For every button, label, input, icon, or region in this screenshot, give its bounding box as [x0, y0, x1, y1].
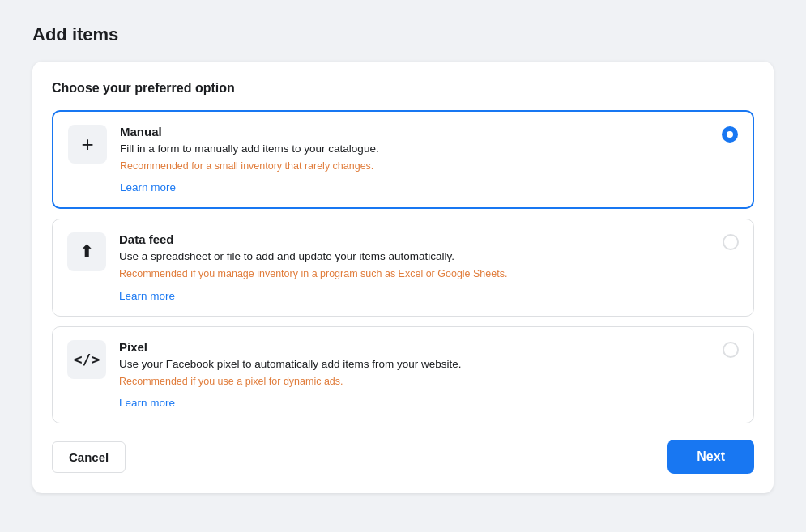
main-card: Choose your preferred option + Manual Fi…: [32, 62, 774, 493]
pixel-radio[interactable]: [723, 342, 739, 358]
data-feed-learn-more[interactable]: Learn more: [119, 290, 175, 302]
manual-radio[interactable]: [722, 126, 738, 143]
option-pixel[interactable]: </> Pixel Use your Facebook pixel to aut…: [52, 326, 754, 423]
footer: Cancel Next: [52, 440, 754, 474]
pixel-content: Pixel Use your Facebook pixel to automat…: [119, 340, 710, 410]
data-feed-radio[interactable]: [723, 234, 739, 250]
option-manual[interactable]: + Manual Fill in a form to manually add …: [52, 110, 754, 209]
option-list: + Manual Fill in a form to manually add …: [52, 110, 754, 423]
plus-icon: +: [81, 132, 93, 157]
manual-description: Fill in a form to manually add items to …: [120, 142, 709, 157]
manual-icon: +: [68, 125, 107, 164]
data-feed-title: Data feed: [119, 232, 710, 246]
pixel-learn-more[interactable]: Learn more: [119, 397, 175, 409]
manual-content: Manual Fill in a form to manually add it…: [120, 125, 709, 194]
cancel-button[interactable]: Cancel: [52, 441, 126, 473]
page-wrapper: Add items Choose your preferred option +…: [0, 0, 806, 532]
next-button[interactable]: Next: [667, 440, 754, 474]
pixel-icon: </>: [67, 340, 106, 379]
manual-recommendation: Recommended for a small inventory that r…: [120, 160, 709, 174]
data-feed-content: Data feed Use a spreadsheet or file to a…: [119, 232, 710, 302]
data-feed-description: Use a spreadsheet or file to add and upd…: [119, 249, 710, 265]
card-heading: Choose your preferred option: [52, 81, 754, 96]
data-feed-icon: ⬆: [67, 232, 106, 271]
page-title: Add items: [32, 24, 774, 45]
option-data-feed[interactable]: ⬆ Data feed Use a spreadsheet or file to…: [52, 219, 754, 316]
code-icon: </>: [74, 351, 100, 368]
manual-learn-more[interactable]: Learn more: [120, 181, 176, 194]
data-feed-recommendation: Recommended if you manage inventory in a…: [119, 267, 710, 282]
manual-title: Manual: [120, 125, 709, 138]
pixel-title: Pixel: [119, 340, 710, 354]
pixel-description: Use your Facebook pixel to automatically…: [119, 357, 710, 372]
upload-icon: ⬆: [79, 241, 94, 262]
pixel-recommendation: Recommended if you use a pixel for dynam…: [119, 375, 710, 389]
